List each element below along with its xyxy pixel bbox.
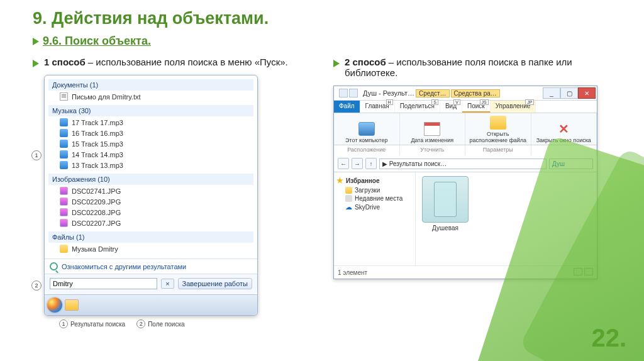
list-item[interactable]: DSC02209.JPG: [48, 196, 253, 207]
sidebar-item-skydrive[interactable]: ☁SkyDrive: [336, 203, 413, 212]
arrow-icon: [33, 38, 39, 45]
nav-up-button[interactable]: ↑: [365, 158, 377, 169]
page-number: 22.: [591, 324, 626, 352]
star-icon: ★: [336, 176, 343, 185]
image-file-icon: [60, 187, 68, 195]
list-item[interactable]: 16 Track 16.mp3: [48, 128, 253, 138]
context-tab[interactable]: Средст…: [416, 89, 450, 97]
shutdown-button[interactable]: Завершение работы: [178, 278, 252, 289]
audio-file-icon: [60, 161, 68, 169]
list-item[interactable]: 13 Track 13.mp3: [48, 160, 253, 170]
subtitle: 9.6. Поиск объекта.: [43, 35, 151, 48]
start-orb-icon[interactable]: [47, 297, 62, 313]
list-item[interactable]: 15 Track 15.mp3: [48, 138, 253, 149]
callout-badge-2: 2: [31, 280, 42, 291]
callout-badge-1: 1: [31, 150, 42, 160]
sidebar-item-downloads[interactable]: Загрузки: [336, 186, 413, 194]
recent-icon: [345, 195, 352, 202]
tab-manage[interactable]: УправлениеJP: [491, 101, 536, 113]
method-1-label: 1 способ: [44, 57, 86, 67]
close-button[interactable]: ✕: [578, 87, 596, 99]
qat-icon[interactable]: [339, 89, 348, 97]
tab-search[interactable]: ПоискJS: [462, 101, 491, 113]
method-1-text: 1 способ – использование поля поиска в м…: [33, 57, 311, 67]
category-music: Музыка (30): [48, 105, 253, 116]
calendar-icon: [424, 122, 440, 136]
address-bar[interactable]: ▶ Результаты поиск…: [379, 158, 547, 169]
folder-icon: [60, 245, 68, 253]
more-results-link[interactable]: Ознакомиться с другими результатами: [45, 258, 257, 274]
qat-icon[interactable]: [349, 89, 358, 97]
maximize-button[interactable]: ▢: [560, 87, 578, 99]
list-item[interactable]: Музыка Dmitry: [48, 243, 253, 254]
list-item[interactable]: DSC02208.JPG: [48, 207, 253, 218]
nav-sidebar: ★Избранное Загрузки Недавние места ☁SkyD…: [334, 172, 416, 265]
minimize-button[interactable]: _: [543, 87, 560, 99]
ribbon-date-modified[interactable]: Дата изменения: [400, 113, 466, 145]
audio-file-icon: [60, 118, 68, 126]
arrow-icon: [333, 60, 340, 67]
callout-2: 2Поле поиска: [136, 319, 184, 328]
cloud-icon: ☁: [345, 203, 352, 211]
ribbon-this-pc[interactable]: Этот компьютер: [334, 113, 400, 145]
image-file-icon: [60, 197, 68, 206]
window-titlebar[interactable]: Душ - Результ… Средст… Средства ра… _ ▢ …: [334, 86, 597, 101]
start-search-input[interactable]: [50, 278, 157, 289]
page-title: 9. Действия над объектами.: [33, 9, 611, 28]
category-documents: Документы (1): [48, 79, 253, 91]
list-item[interactable]: DSC02207.JPG: [48, 218, 253, 228]
context-tab[interactable]: Средства ра…: [451, 89, 500, 97]
tab-home[interactable]: ГлавнаяH: [360, 101, 395, 113]
nav-back-button[interactable]: ←: [338, 158, 349, 169]
audio-file-icon: [60, 150, 68, 158]
audio-file-icon: [60, 129, 68, 137]
close-icon: ✕: [555, 122, 572, 136]
explorer-taskbar-icon[interactable]: [65, 299, 79, 311]
download-folder-icon: [345, 187, 352, 194]
file-thumbnail[interactable]: Душевая: [419, 176, 471, 231]
arrow-icon: [33, 60, 39, 67]
ribbon-tabs: Файл ГлавнаяH ПоделитьсяS ВидV ПоискJS У…: [334, 101, 597, 113]
list-item[interactable]: 14 Track 14.mp3: [48, 149, 253, 160]
window-title: Душ - Результ…: [363, 89, 414, 97]
audio-file-icon: [60, 140, 68, 148]
subtitle-row: 9.6. Поиск объекта.: [33, 35, 611, 48]
list-item[interactable]: 17 Track 17.mp3: [48, 117, 253, 128]
list-item[interactable]: Письмо для Dmitry.txt: [48, 91, 253, 102]
thumbnail-label: Душевая: [432, 225, 458, 231]
search-icon: [50, 262, 58, 270]
folder-open-icon: [490, 116, 506, 130]
tab-view[interactable]: ВидV: [440, 101, 462, 113]
callout-1: 1Результаты поиска: [59, 319, 125, 328]
sidebar-item-recent[interactable]: Недавние места: [336, 194, 413, 203]
start-menu: Документы (1) Письмо для Dmitry.txt Музы…: [44, 75, 258, 316]
method-2-label: 2 способ: [345, 57, 386, 67]
ribbon-open-location[interactable]: Открыть расположение файла: [465, 113, 531, 145]
category-files: Файлы (1): [48, 231, 253, 243]
tab-file[interactable]: Файл: [334, 101, 360, 113]
text-file-icon: [60, 92, 68, 101]
tab-share[interactable]: ПоделитьсяS: [395, 101, 440, 113]
taskbar: [45, 294, 257, 315]
image-file-icon: [60, 219, 68, 227]
method-2-text: 2 способ – использование поля поиска в п…: [333, 57, 611, 78]
nav-forward-button[interactable]: →: [352, 158, 363, 169]
category-images: Изображения (10): [48, 174, 253, 185]
image-file-icon: [60, 208, 68, 216]
favorites-header[interactable]: ★Избранное: [336, 175, 413, 186]
clear-button[interactable]: ×: [161, 279, 174, 289]
computer-icon: [358, 122, 375, 136]
list-item[interactable]: DSC02741.JPG: [48, 186, 253, 196]
thumbnail-image: [422, 176, 469, 223]
